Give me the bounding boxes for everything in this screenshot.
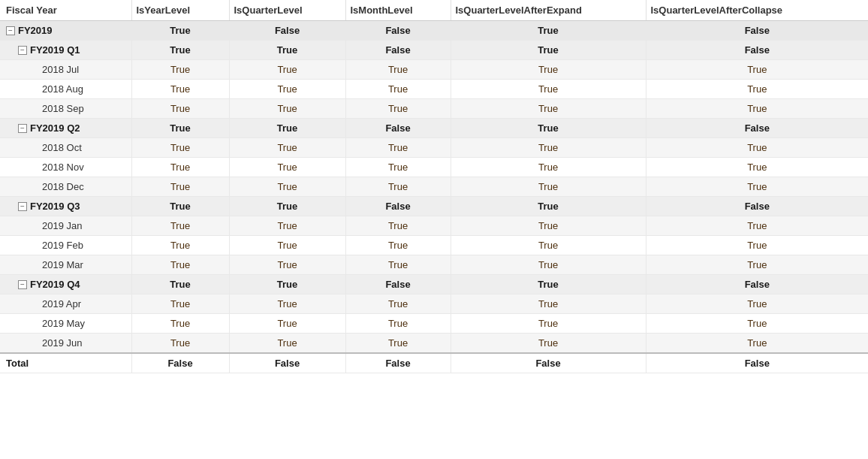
fiscal-year-cell: 2019 Feb xyxy=(0,236,131,255)
value-cell: True xyxy=(229,138,345,158)
value-cell: True xyxy=(229,60,345,80)
row-label: 2019 Jun xyxy=(42,337,83,349)
header-is-quarter-level-after-expand: IsQuarterLevelAfterExpand xyxy=(451,0,646,21)
value-cell: False xyxy=(451,353,646,373)
value-cell: True xyxy=(229,177,345,197)
fiscal-year-cell: 2018 Jul xyxy=(0,60,131,80)
header-is-quarter-level-after-collapse: IsQuarterLevelAfterCollapse xyxy=(646,0,868,21)
value-cell: True xyxy=(131,255,229,275)
expand-collapse-icon[interactable]: − xyxy=(18,124,27,133)
table-row: 2019 MarTrueTrueTrueTrueTrue xyxy=(0,255,868,275)
value-cell: True xyxy=(646,138,868,158)
value-cell: True xyxy=(646,60,868,80)
table-row: −FY2019 Q4TrueTrueFalseTrueFalse xyxy=(0,275,868,294)
value-cell: True xyxy=(646,177,868,197)
table-row: 2018 JulTrueTrueTrueTrueTrue xyxy=(0,60,868,80)
table-row: 2018 SepTrueTrueTrueTrueTrue xyxy=(0,99,868,119)
header-fiscal-year: Fiscal Year xyxy=(0,0,131,21)
row-label: 2019 Feb xyxy=(42,240,83,251)
value-cell: True xyxy=(451,197,646,216)
value-cell: True xyxy=(345,158,451,177)
value-cell: True xyxy=(451,294,646,314)
value-cell: False xyxy=(646,353,868,373)
value-cell: True xyxy=(131,158,229,177)
value-cell: True xyxy=(451,177,646,197)
value-cell: True xyxy=(131,99,229,119)
row-label: 2019 Apr xyxy=(42,298,81,310)
expand-collapse-icon[interactable]: − xyxy=(18,202,27,211)
value-cell: False xyxy=(646,41,868,60)
value-cell: True xyxy=(131,119,229,138)
value-cell: True xyxy=(131,138,229,158)
value-cell: True xyxy=(345,138,451,158)
table-row: −FY2019TrueFalseFalseTrueFalse xyxy=(0,21,868,41)
fiscal-year-cell[interactable]: −FY2019 Q3 xyxy=(0,197,131,216)
value-cell: True xyxy=(345,314,451,334)
value-cell: True xyxy=(451,255,646,275)
value-cell: True xyxy=(345,177,451,197)
table-row: 2018 NovTrueTrueTrueTrueTrue xyxy=(0,158,868,177)
value-cell: True xyxy=(229,119,345,138)
expand-collapse-icon[interactable]: − xyxy=(6,26,15,35)
table-row: 2018 AugTrueTrueTrueTrueTrue xyxy=(0,80,868,99)
table-row: −FY2019 Q3TrueTrueFalseTrueFalse xyxy=(0,197,868,216)
header-is-year-level: IsYearLevel xyxy=(131,0,229,21)
row-label: 2019 Jan xyxy=(42,220,83,231)
table-row: 2019 FebTrueTrueTrueTrueTrue xyxy=(0,236,868,255)
row-label: 2019 Mar xyxy=(42,259,83,270)
row-label: 2018 Oct xyxy=(42,142,82,153)
row-label: Total xyxy=(6,358,29,369)
value-cell: True xyxy=(345,99,451,119)
value-cell: True xyxy=(229,255,345,275)
fiscal-year-cell[interactable]: −FY2019 Q2 xyxy=(0,119,131,138)
header-is-quarter-level: IsQuarterLevel xyxy=(229,0,345,21)
fiscal-year-cell[interactable]: −FY2019 Q1 xyxy=(0,41,131,60)
table-row: 2019 AprTrueTrueTrueTrueTrue xyxy=(0,294,868,314)
fiscal-year-cell: 2019 May xyxy=(0,314,131,334)
value-cell: True xyxy=(646,255,868,275)
value-cell: False xyxy=(229,353,345,373)
value-cell: True xyxy=(646,99,868,119)
value-cell: False xyxy=(345,119,451,138)
value-cell: True xyxy=(345,236,451,255)
value-cell: True xyxy=(451,119,646,138)
expand-collapse-icon[interactable]: − xyxy=(18,46,27,55)
row-label: FY2019 Q3 xyxy=(30,201,80,212)
table-row: −FY2019 Q1TrueTrueFalseTrueFalse xyxy=(0,41,868,60)
value-cell: True xyxy=(229,275,345,294)
value-cell: True xyxy=(131,21,229,41)
fiscal-year-cell: 2019 Apr xyxy=(0,294,131,314)
fiscal-year-cell: 2018 Sep xyxy=(0,99,131,119)
table-row: 2019 JanTrueTrueTrueTrueTrue xyxy=(0,216,868,236)
value-cell: True xyxy=(345,334,451,354)
row-label: 2018 Aug xyxy=(42,83,83,95)
value-cell: True xyxy=(131,177,229,197)
value-cell: True xyxy=(345,80,451,99)
value-cell: True xyxy=(131,216,229,236)
value-cell: True xyxy=(451,275,646,294)
value-cell: True xyxy=(131,197,229,216)
value-cell: True xyxy=(345,255,451,275)
row-label: 2018 Sep xyxy=(42,103,84,114)
value-cell: True xyxy=(229,314,345,334)
row-label: FY2019 xyxy=(18,25,53,36)
value-cell: True xyxy=(131,294,229,314)
value-cell: True xyxy=(229,216,345,236)
value-cell: False xyxy=(131,353,229,373)
value-cell: True xyxy=(451,158,646,177)
value-cell: True xyxy=(451,21,646,41)
value-cell: True xyxy=(229,294,345,314)
fiscal-year-cell: 2019 Jun xyxy=(0,334,131,354)
value-cell: True xyxy=(451,60,646,80)
row-label: 2018 Jul xyxy=(42,64,79,75)
table-header-row: Fiscal Year IsYearLevel IsQuarterLevel I… xyxy=(0,0,868,21)
fiscal-year-cell[interactable]: −FY2019 xyxy=(0,21,131,41)
fiscal-year-cell: Total xyxy=(0,353,131,373)
value-cell: True xyxy=(646,158,868,177)
expand-collapse-icon[interactable]: − xyxy=(18,280,27,289)
value-cell: True xyxy=(131,334,229,354)
value-cell: True xyxy=(229,99,345,119)
fiscal-year-cell[interactable]: −FY2019 Q4 xyxy=(0,275,131,294)
value-cell: True xyxy=(131,60,229,80)
value-cell: True xyxy=(131,41,229,60)
